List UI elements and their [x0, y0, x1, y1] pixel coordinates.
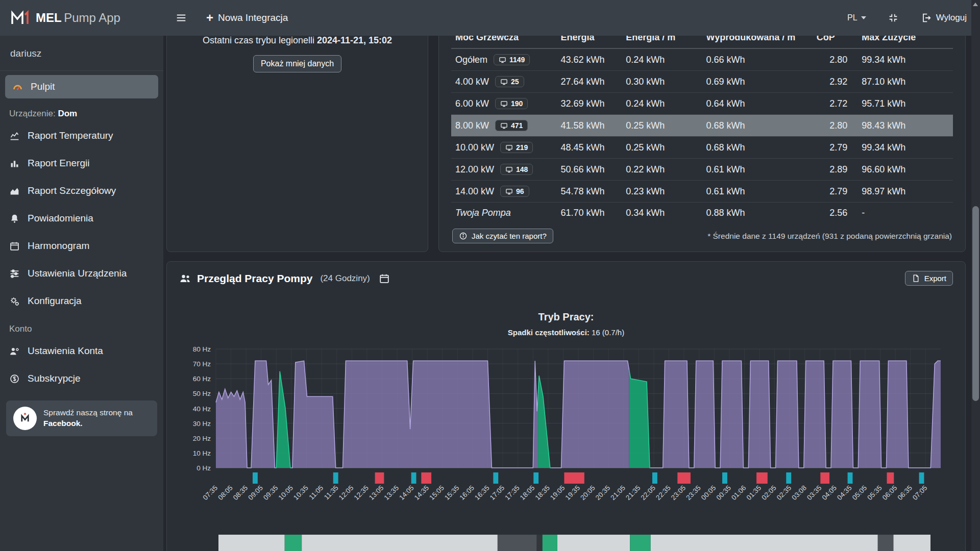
sidebar-item-pulpit[interactable]: Pulpit [5, 75, 158, 98]
show-less-button[interactable]: Pokaż mniej danych [253, 55, 341, 72]
new-integration-button[interactable]: + Nowa Integracja [206, 12, 288, 24]
sidebar-item-subskrypcje[interactable]: Subskrypcje [0, 365, 163, 392]
cell-energia-m: 0.24 kWh [622, 93, 702, 115]
legionella-info: Ostatni czas trybu legionelli 2024-11-21… [203, 36, 392, 46]
people-icon [179, 272, 191, 285]
konto-section-label: Konto [0, 315, 163, 337]
hamburger-menu-icon[interactable] [176, 12, 187, 23]
cell-max: 98.43 kWh [857, 115, 953, 137]
page-scrollbar[interactable] [971, 0, 980, 551]
export-button[interactable]: Export [905, 271, 953, 286]
scrollbar-thumb[interactable] [972, 206, 979, 401]
fullscreen-compress-icon[interactable] [888, 12, 899, 23]
svg-text:00:35: 00:35 [715, 484, 732, 502]
svg-text:04:05: 04:05 [821, 484, 839, 502]
device-count-badge: 219 [500, 142, 533, 153]
svg-text:60 Hz: 60 Hz [193, 375, 211, 383]
user-gear-icon [9, 346, 20, 357]
cell-wyprodukowana-m: 0.68 kWh [702, 115, 812, 137]
table-row[interactable]: Ogółem1149 43.62 kWh 0.24 kWh 0.66 kWh 2… [451, 48, 953, 71]
svg-text:16:35: 16:35 [473, 484, 491, 502]
cell-energia-m: 0.24 kWh [622, 48, 702, 71]
table-row-your-pump[interactable]: Twoja Pompa 61.70 kWh 0.34 kWh 0.88 kWh … [451, 203, 953, 224]
cell-wyprodukowana-m: 0.88 kWh [702, 203, 812, 224]
svg-text:40 Hz: 40 Hz [193, 405, 211, 413]
sidebar-item-ustawienia-urzadzenia[interactable]: Ustawienia Urządzenia [0, 260, 163, 287]
svg-text:06:05: 06:05 [881, 484, 899, 502]
cell-max: 99.34 kWh [857, 48, 953, 71]
how-to-read-button[interactable]: Jak czytać ten raport? [452, 229, 553, 243]
svg-text:21:35: 21:35 [624, 484, 642, 502]
svg-text:80 Hz: 80 Hz [193, 345, 211, 353]
col-max-zuzycie: Max Zużycie [857, 36, 953, 48]
svg-text:22:35: 22:35 [654, 484, 672, 502]
cell-energia-m: 0.30 kWh [622, 71, 702, 93]
svg-text:70 Hz: 70 Hz [193, 360, 211, 368]
cell-wyprodukowana-m: 0.68 kWh [702, 137, 812, 159]
monitor-icon [505, 144, 513, 152]
cell-wyprodukowana-m: 0.61 kWh [702, 181, 812, 203]
cell-max: 99.34 kWh [857, 137, 953, 159]
table-row[interactable]: 10.00 kW219 48.45 kWh 0.25 kWh 0.68 kWh … [451, 137, 953, 159]
facebook-promo-bold: Facebook. [43, 419, 83, 428]
info-icon [459, 232, 468, 240]
power-report-card: Moc Grzewcza Energia Energia / m Wyprodu… [438, 36, 966, 252]
sidebar-item-raport-energii[interactable]: Raport Energii [0, 149, 163, 177]
device-count-badge: 1149 [494, 54, 530, 65]
power-report-table: Moc Grzewcza Energia Energia / m Wyprodu… [451, 36, 953, 223]
dollar-coin-icon [9, 373, 20, 384]
device-count-badge: 25 [495, 76, 524, 87]
svg-text:01:06: 01:06 [730, 484, 748, 502]
table-row[interactable]: 6.00 kW190 32.69 kWh 0.24 kWh 0.64 kWh 2… [451, 93, 953, 115]
calendar-icon [9, 241, 20, 252]
brand[interactable]: MEL Pump App [0, 0, 163, 36]
sidebar-item-raport-szczegolowy[interactable]: Raport Szczegółowy [0, 177, 163, 205]
table-row[interactable]: 12.00 kW148 50.66 kWh 0.22 kWh 0.61 kWh … [451, 159, 953, 181]
device-section-label: Urządzenie: Dom [0, 99, 163, 122]
cell-max: - [857, 203, 953, 224]
sidebar-item-konfiguracja[interactable]: Konfiguracja [0, 287, 163, 315]
svg-text:13:35: 13:35 [383, 484, 401, 502]
svg-text:05:35: 05:35 [866, 484, 884, 502]
cell-cop: 2.89 [813, 159, 857, 181]
svg-text:14:35: 14:35 [413, 484, 431, 502]
device-count-badge: 96 [500, 186, 529, 197]
svg-text:21:05: 21:05 [609, 484, 627, 502]
cell-max: 87.10 kWh [857, 71, 953, 93]
mel-logo-icon [9, 8, 30, 28]
panel-subtitle: (24 Godziny) [320, 273, 370, 284]
cell-cop: 2.80 [813, 115, 857, 137]
table-row-selected[interactable]: 8.00 kW471 41.58 kWh 0.25 kWh 0.68 kWh 2… [451, 115, 953, 137]
table-row[interactable]: 4.00 kW25 27.64 kWh 0.30 kWh 0.69 kWh 2.… [451, 71, 953, 93]
cell-energia: 32.69 kWh [556, 93, 622, 115]
svg-text:19:35: 19:35 [564, 484, 582, 502]
svg-text:08:05: 08:05 [216, 484, 234, 502]
svg-text:12:35: 12:35 [352, 484, 370, 502]
calendar-picker-icon[interactable] [379, 273, 390, 284]
sidebar-item-label: Raport Szczegółowy [28, 185, 116, 196]
cell-cop: 2.72 [813, 93, 857, 115]
sidebar-item-ustawienia-konta[interactable]: Ustawienia Konta [0, 337, 163, 365]
logout-button[interactable]: Wyloguj [920, 12, 967, 23]
sidebar-item-harmonogram[interactable]: Harmonogram [0, 232, 163, 260]
device-name: Dom [58, 109, 77, 118]
svg-text:18:35: 18:35 [533, 484, 551, 502]
svg-text:20 Hz: 20 Hz [193, 435, 211, 442]
facebook-promo[interactable]: Sprawdź naszą stronę na Facebook. [6, 400, 157, 436]
table-footnote: * Średnie dane z 1149 urządzeń (931 z po… [707, 232, 952, 241]
language-selector[interactable]: PL [847, 13, 866, 22]
cell-max: 95.71 kWh [857, 93, 953, 115]
scrollbar-up-arrow-icon[interactable] [973, 3, 978, 6]
cell-cop: 2.80 [813, 48, 857, 71]
sidebar-item-powiadomienia[interactable]: Powiadomienia [0, 205, 163, 232]
svg-text:19:05: 19:05 [549, 484, 567, 502]
cell-wyprodukowana-m: 0.66 kWh [702, 48, 812, 71]
cell-energia: 41.58 kWh [556, 115, 622, 137]
table-row[interactable]: 14.00 kW96 54.78 kWh 0.23 kWh 0.61 kWh 2… [451, 181, 953, 203]
gears-icon [9, 296, 20, 307]
device-count-badge: 148 [500, 164, 533, 175]
summary-card: Ostatni czas trybu legionelli 2024-11-21… [166, 36, 428, 252]
chart-stat: Spadki częstotliwości: 16 (0.7/h) [175, 328, 957, 337]
sidebar-item-raport-temperatury[interactable]: Raport Temperatury [0, 122, 163, 149]
sidebar: MEL Pump App dariusz Pulpit Urządzenie: … [0, 0, 163, 551]
